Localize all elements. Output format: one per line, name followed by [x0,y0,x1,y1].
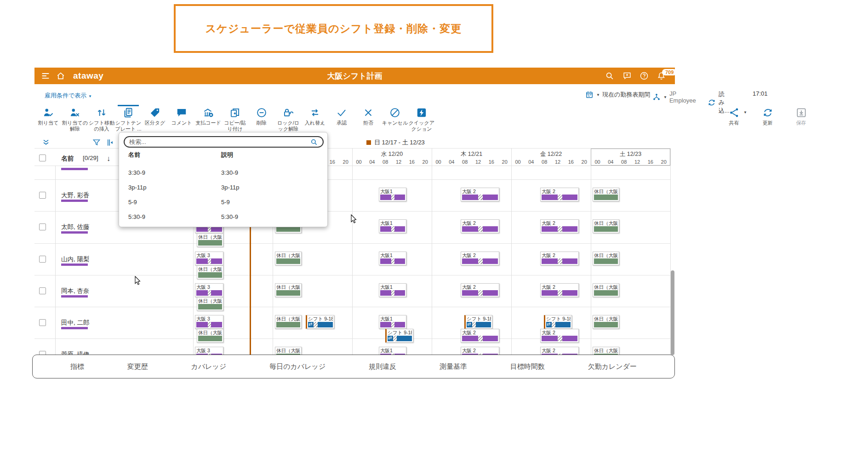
shift-bar[interactable]: 休日（大阪... [197,233,223,247]
employee-group-selector[interactable]: ▼ JP Employee [652,90,696,104]
shift-bar[interactable]: 休日（大阪... [593,188,619,201]
shift-bar[interactable]: 大阪1 [379,283,406,297]
toolbar-button-paycode-icon[interactable]: 支払コード [195,105,222,132]
shift-bar[interactable]: 大阪 3 [195,283,223,297]
template-item-desc[interactable]: 3:30-9 [221,169,238,176]
shift-bar[interactable]: 大阪 3 [195,252,223,265]
template-item-name[interactable]: 3:30-9 [128,169,145,176]
bottom-tab-指標[interactable]: 指標 [65,362,90,371]
shift-bar[interactable]: 休日（大阪... [197,297,223,311]
toolbar-button-copy-paste-icon[interactable]: コピー/貼り付け [222,105,248,132]
shift-bar[interactable]: シフト 9-18⇄ [385,329,413,343]
toolbar-button-lock-icon[interactable]: ロック/ロック解除 [275,105,302,132]
row-checkbox[interactable] [39,223,46,230]
template-item-desc[interactable]: 5-9 [221,199,230,206]
shift-bar[interactable]: 大阪1 [379,219,406,233]
template-item-name[interactable]: 5:30-9 [128,213,145,220]
bottom-tab-毎日のカバレッジ[interactable]: 毎日のカバレッジ [264,362,331,371]
template-item-desc[interactable]: 3p-11p [221,184,240,191]
shift-bar[interactable]: 休日（大阪... [197,329,223,343]
bottom-tab-規則違反[interactable]: 規則違反 [363,362,402,371]
bottom-tab-目標時間数[interactable]: 目標時間数 [505,362,550,371]
search-input[interactable]: 検索... [124,136,324,148]
shift-bar[interactable]: 休日（大阪... [275,283,302,297]
shift-bar[interactable]: 休日（大阪... [275,315,302,329]
shift-bar[interactable]: 大阪 3 [195,315,223,329]
clock-time: 17:01 [753,90,768,97]
feedback-icon[interactable] [622,71,632,81]
toolbar-button-x-icon[interactable]: 拒否 [355,105,382,132]
toolbar-button-check-icon[interactable]: 承認 [328,105,355,132]
toolbar-button-share-icon[interactable]: ▼共有 [717,105,751,126]
shift-bar[interactable]: 大阪 2 [461,188,499,201]
toolbar-button-template-icon[interactable]: シフトテンプレート ... [115,105,142,132]
toolbar-button-shift-move-icon[interactable]: シフト移動の挿入 [88,105,115,132]
vertical-scrollbar[interactable] [671,270,674,355]
toolbar-button-minus-circle-icon[interactable]: 削除 [248,105,275,132]
bottom-tab-欠勤カレンダー[interactable]: 欠勤カレンダー [582,362,642,371]
tag-icon [149,107,161,119]
mouse-cursor [135,276,143,285]
shift-bar[interactable]: 大阪 2 [461,283,499,297]
employee-name[interactable]: 山内, 陽梨 [61,255,90,264]
employee-name[interactable]: 大野, 彩香 [61,191,90,200]
collapse-all-icon[interactable] [41,138,51,147]
toolbar-button-person-x-icon[interactable]: 割り当ての解除 [62,105,88,132]
row-checkbox[interactable] [39,192,46,199]
toolbar-button-person-check-icon[interactable]: 割り当て [35,105,62,132]
shift-bar[interactable]: 大阪 2 [540,188,579,201]
toolbar-button-swap-icon[interactable]: 入れ替え [302,105,328,132]
row-checkbox[interactable] [39,256,46,263]
shift-bar[interactable]: 大阪 2 [540,219,579,233]
employee-name[interactable]: 岡本, 杏奈 [61,287,90,295]
shift-bar[interactable]: シフト 9-18⇄ [464,315,492,329]
template-item-name[interactable]: 3p-11p [128,184,147,191]
shift-bar[interactable]: 大阪 2 [461,329,499,343]
employee-color-bar [61,327,88,329]
shift-bar[interactable]: 大阪 2 [540,252,579,265]
template-item-desc[interactable]: 5:30-9 [221,213,238,220]
shift-bar[interactable]: 大阪1 [379,252,406,265]
shift-bar[interactable]: 休日（大阪... [197,265,223,279]
shift-bar[interactable]: 大阪1 [379,188,406,201]
search-icon[interactable] [605,71,615,81]
shift-bar[interactable]: 休日（大阪... [593,219,619,233]
toolbar-button-refresh-icon[interactable]: 更新 [751,105,784,126]
bell-icon[interactable] [656,71,666,81]
employee-name[interactable]: 太郎, 佐藤 [61,223,90,231]
shift-bar[interactable]: 大阪 2 [540,329,579,343]
dropdown-col-name: 名前 [128,151,140,159]
shift-bar[interactable]: シフト 9-18⇄ [306,315,334,329]
schedule-period-selector[interactable]: ▼ 現在の勤務表期間 [585,90,650,99]
shift-bar[interactable]: 休日（大阪... [593,315,619,329]
shift-bar[interactable]: 大阪1 [379,315,406,329]
help-icon[interactable] [639,71,649,81]
shift-bar[interactable]: 大阪 2 [461,252,499,265]
row-checkbox[interactable] [39,287,46,294]
template-item-name[interactable]: 5-9 [128,199,137,206]
bottom-tab-カバレッジ[interactable]: カバレッジ [186,362,232,371]
shift-bar[interactable]: シフト 9-18⇄ [544,315,572,329]
shift-bar[interactable]: 休日（大阪... [593,283,619,297]
shift-bar[interactable]: 大阪 2 [461,219,499,233]
toolbar-button-save-icon[interactable]: 保存 [784,105,818,126]
expand-columns-icon[interactable] [105,138,114,147]
row-checkbox[interactable] [39,319,46,326]
app-logo[interactable]: ataway [73,71,103,81]
toolbar-button-tag-icon[interactable]: 区分タグ [142,105,168,132]
shift-bar[interactable]: 休日（大阪... [275,252,302,265]
bottom-tab-変更歴[interactable]: 変更歴 [122,362,154,371]
filter-icon[interactable] [92,138,101,147]
toolbar-button-quick-action-icon[interactable]: クイックアクション [408,105,435,132]
toolbar-button-comment-icon[interactable]: コメント [168,105,195,132]
sort-descending-icon[interactable]: ↓ [107,155,110,163]
bottom-tab-測量基準[interactable]: 測量基準 [434,362,473,371]
paycode-icon [202,107,214,119]
view-by-dropdown[interactable]: 雇用条件で表示 ▼ [45,92,92,100]
select-all-checkbox[interactable] [39,155,46,161]
shift-bar[interactable]: 大阪 2 [540,283,579,297]
schedule-period-label: 現在の勤務表期間 [602,91,650,99]
shift-bar[interactable]: 休日（大阪... [593,252,619,265]
toolbar-button-cancel-icon[interactable]: キャンセル [382,105,408,132]
employee-name[interactable]: 田中, 二郎 [61,319,90,327]
